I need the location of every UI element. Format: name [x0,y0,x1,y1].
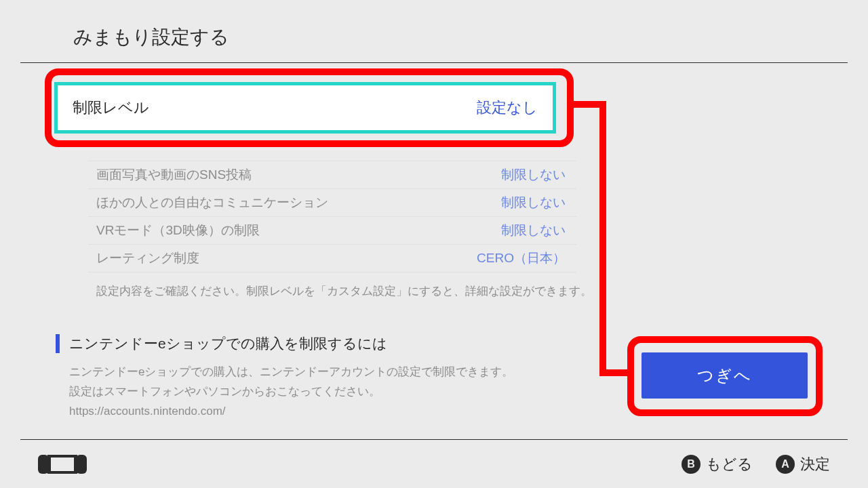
confirm-action[interactable]: A 決定 [776,454,830,474]
sublist-row: 画面写真や動画のSNS投稿 制限しない [88,161,576,189]
sublist-value: 制限しない [501,194,566,211]
page-title: みまもり設定する [73,24,848,50]
b-button-icon: B [682,455,701,474]
sublist-row: ほかの人との自由なコミュニケーション 制限しない [88,189,576,217]
settings-note: 設定内容をご確認ください。制限レベルを「カスタム設定」にすると、詳細な設定ができ… [96,283,848,299]
highlight-connector [599,369,633,376]
back-action[interactable]: B もどる [682,454,753,474]
console-icon [38,453,87,475]
content-area: 制限レベル 設定なし 画面写真や動画のSNS投稿 制限しない ほかの人との自由な… [0,63,868,422]
svg-rect-0 [38,455,49,474]
back-label: もどる [706,454,753,474]
confirm-label: 決定 [800,454,830,474]
eshop-line: ニンテンドーeショップでの購入は、ニンテンドーアカウントの設定で制限できます。 [69,363,585,382]
header: みまもり設定する [20,0,848,63]
svg-rect-1 [76,455,87,474]
eshop-body: ニンテンドーeショップでの購入は、ニンテンドーアカウントの設定で制限できます。 … [56,363,585,422]
sublist-label: 画面写真や動画のSNS投稿 [96,166,252,184]
sublist-row: VRモード（3D映像）の制限 制限しない [88,217,576,245]
footer: B もどる A 決定 [20,439,848,488]
svg-rect-3 [51,458,74,471]
highlight-connector [599,101,606,376]
sublist-value: 制限しない [501,166,566,184]
eshop-line: 設定はスマートフォンやパソコンからおこなってください。 [69,382,585,402]
restriction-level-row[interactable]: 制限レベル 設定なし [54,82,556,134]
sublist-label: ほかの人との自由なコミュニケーション [96,194,328,211]
next-button[interactable]: つぎへ [642,352,808,399]
sublist-row: レーティング制度 CERO（日本） [88,245,576,272]
footer-actions: B もどる A 決定 [682,454,830,474]
restriction-level-value: 設定なし [477,98,538,118]
eshop-section: ニンテンドーeショップでの購入を制限するには ニンテンドーeショップでの購入は、… [56,334,585,422]
sublist-label: VRモード（3D映像）の制限 [96,222,260,239]
sublist-value: CERO（日本） [477,249,566,267]
restriction-level-label: 制限レベル [73,98,149,118]
eshop-url: https://accounts.nintendo.com/ [69,402,585,422]
eshop-title: ニンテンドーeショップでの購入を制限するには [56,334,585,353]
a-button-icon: A [776,455,795,474]
sublist-label: レーティング制度 [96,249,199,267]
restriction-sublist: 画面写真や動画のSNS投稿 制限しない ほかの人との自由なコミュニケーション 制… [88,161,576,272]
sublist-value: 制限しない [501,222,566,239]
next-button-label: つぎへ [697,365,752,386]
